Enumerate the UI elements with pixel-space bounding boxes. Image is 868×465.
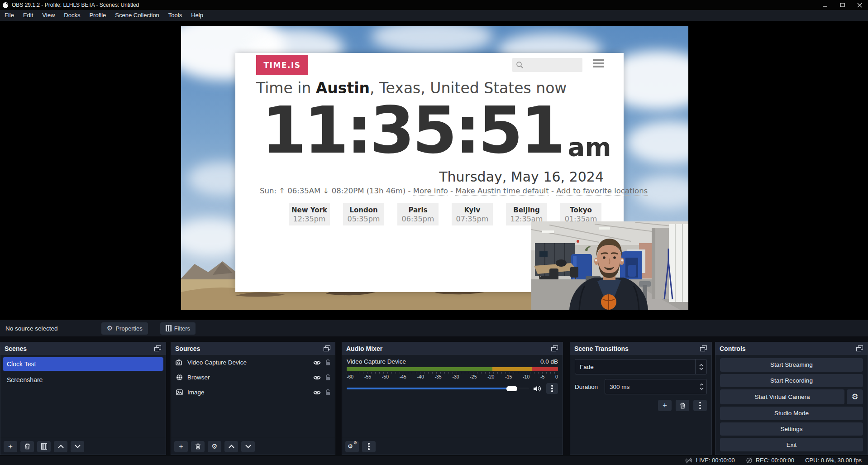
audio-mixer-dock: Audio Mixer Video Capture Device 0.0 dB … xyxy=(342,342,563,455)
menu-profile[interactable]: Profile xyxy=(85,10,110,21)
city-card: New York12:35pm xyxy=(289,203,330,225)
maximize-icon xyxy=(840,3,845,8)
menu-view[interactable]: View xyxy=(38,10,59,21)
visibility-eye-icon[interactable] xyxy=(313,375,321,380)
trash-icon xyxy=(680,403,686,409)
menu-docks[interactable]: Docks xyxy=(59,10,85,21)
start-virtual-camera-button[interactable]: Start Virtual Camera xyxy=(720,389,844,404)
add-favorite-link: Add to favorite locations xyxy=(556,187,648,196)
live-status: LIVE: 00:00:00 xyxy=(685,457,735,464)
source-properties-button[interactable]: ⚙ xyxy=(208,441,221,452)
transition-select-arrows[interactable] xyxy=(695,360,706,374)
mixer-channel-level: 0.0 dB xyxy=(540,358,558,365)
move-source-up-button[interactable] xyxy=(224,441,238,452)
mixer-menu-button[interactable] xyxy=(362,441,376,452)
visibility-eye-icon[interactable] xyxy=(313,360,321,365)
scenes-toolbar: ＋ xyxy=(0,438,166,455)
minimize-button[interactable] xyxy=(816,0,834,10)
cpu-status: CPU: 0.6%, 30.00 fps xyxy=(805,457,862,464)
close-button[interactable] xyxy=(851,0,868,10)
transition-select[interactable]: Fade xyxy=(575,359,707,374)
volume-slider-handle[interactable] xyxy=(506,386,517,391)
scene-item-clock-test[interactable]: Clock Test xyxy=(3,357,163,371)
volume-row xyxy=(347,383,558,394)
timeis-date: Thursday, May 16, 2024 xyxy=(439,169,604,185)
menu-edit[interactable]: Edit xyxy=(19,10,38,21)
popout-icon[interactable] xyxy=(154,345,162,352)
minimize-icon xyxy=(823,3,828,8)
gear-icon: ⚙ xyxy=(107,324,113,332)
chevron-up-icon xyxy=(700,384,704,386)
sources-toolbar: ＋ ⚙ xyxy=(171,438,335,455)
duration-spinner-arrows[interactable] xyxy=(696,384,706,390)
menu-help[interactable]: Help xyxy=(186,10,208,21)
add-source-button[interactable]: ＋ xyxy=(174,441,188,452)
meter-tickmarks xyxy=(347,372,558,374)
status-bar: LIVE: 00:00:00 REC: 00:00:00 CPU: 0.6%, … xyxy=(0,455,868,465)
webcam-overlay xyxy=(531,221,688,310)
virtual-camera-settings-button[interactable]: ⚙ xyxy=(847,389,863,404)
timeis-ampm: am xyxy=(568,134,611,163)
menu-tools[interactable]: Tools xyxy=(164,10,186,21)
double-gear-icon: ⚙ ⚙ xyxy=(348,442,356,451)
popout-icon[interactable] xyxy=(856,345,863,352)
rec-status: REC: 00:00:00 xyxy=(746,457,794,464)
make-default-link: Make Austin time default xyxy=(455,187,548,196)
source-row-image[interactable]: Image xyxy=(171,385,335,400)
timeis-time: 11:35:51 xyxy=(262,98,563,163)
properties-button[interactable]: ⚙ Properties xyxy=(101,322,148,335)
more-info-link: More info xyxy=(413,187,448,196)
broadcast-slash-icon xyxy=(685,457,693,464)
settings-button[interactable]: Settings xyxy=(720,422,863,436)
speaker-icon[interactable] xyxy=(533,385,542,393)
timeis-search-input xyxy=(512,58,582,72)
scene-item-screenshare[interactable]: Screenshare xyxy=(3,373,163,387)
globe-icon xyxy=(175,374,183,381)
volume-meter xyxy=(347,367,558,371)
sources-list: Video Capture Device Browser xyxy=(171,355,335,438)
transition-menu-button[interactable] xyxy=(693,400,707,411)
volume-slider[interactable] xyxy=(347,388,529,389)
remove-transition-button[interactable] xyxy=(676,400,689,411)
add-scene-button[interactable]: ＋ xyxy=(4,441,17,452)
image-icon xyxy=(175,389,183,395)
preview-canvas[interactable]: TIME.IS Time in Austin, Texas, United St… xyxy=(181,26,688,310)
source-row-browser[interactable]: Browser xyxy=(171,370,335,385)
scene-filters-button[interactable] xyxy=(37,441,51,452)
exit-button[interactable]: Exit xyxy=(720,438,863,451)
duration-spinbox[interactable]: 300 ms xyxy=(605,379,707,394)
scenes-list: Clock Test Screenshare xyxy=(0,355,166,438)
move-scene-down-button[interactable] xyxy=(71,441,84,452)
move-scene-up-button[interactable] xyxy=(54,441,67,452)
lock-icon[interactable] xyxy=(325,374,331,381)
popout-icon[interactable] xyxy=(700,345,707,352)
obs-logo-icon xyxy=(3,2,9,8)
remove-scene-button[interactable] xyxy=(20,441,34,452)
remove-source-button[interactable] xyxy=(191,441,205,452)
start-recording-button[interactable]: Start Recording xyxy=(720,374,863,388)
advanced-audio-button[interactable]: ⚙ ⚙ xyxy=(345,441,359,452)
popout-icon[interactable] xyxy=(551,345,558,352)
studio-mode-button[interactable]: Studio Mode xyxy=(720,407,863,420)
visibility-eye-icon[interactable] xyxy=(313,390,321,395)
transitions-dock-header: Scene Transitions xyxy=(570,342,711,355)
lock-icon[interactable] xyxy=(325,359,331,366)
kebab-dots-icon xyxy=(551,385,553,392)
start-streaming-button[interactable]: Start Streaming xyxy=(720,358,863,372)
maximize-button[interactable] xyxy=(834,0,851,10)
disc-slash-icon xyxy=(746,457,753,464)
lock-icon[interactable] xyxy=(325,389,331,396)
filters-icon xyxy=(166,325,172,331)
mixer-channel-name: Video Capture Device xyxy=(347,358,406,365)
chevron-up-icon xyxy=(229,445,234,448)
add-transition-button[interactable]: ＋ xyxy=(658,400,672,411)
filters-button[interactable]: Filters xyxy=(160,322,196,335)
source-row-video-capture[interactable]: Video Capture Device xyxy=(171,355,335,370)
move-source-down-button[interactable] xyxy=(241,441,255,452)
mixer-channel-menu-button[interactable] xyxy=(546,383,558,394)
close-icon xyxy=(857,3,862,8)
menu-file[interactable]: File xyxy=(0,10,19,21)
menu-scene-collection[interactable]: Scene Collection xyxy=(110,10,164,21)
chevron-down-icon xyxy=(699,368,703,370)
popout-icon[interactable] xyxy=(324,345,331,352)
